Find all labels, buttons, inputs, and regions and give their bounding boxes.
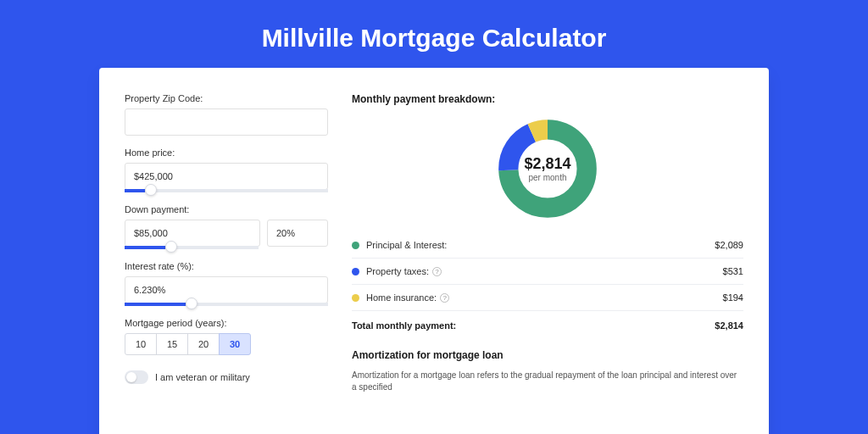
legend-value: $194 [723, 292, 743, 303]
legend-value: $2,089 [715, 240, 743, 250]
legend-row-insurance: Home insurance: ? $194 [352, 285, 743, 311]
legend-dot-icon [352, 294, 359, 302]
breakdown-title: Monthly payment breakdown: [352, 93, 743, 105]
total-row: Total monthly payment: $2,814 [352, 311, 743, 342]
down-payment-amount-input[interactable] [125, 220, 260, 247]
interest-rate-group: Interest rate (%): [125, 261, 328, 306]
period-option-10[interactable]: 10 [125, 333, 157, 355]
page-title: Millville Mortgage Calculator [0, 0, 868, 68]
breakdown-panel: Monthly payment breakdown: $2,814 per mo… [352, 93, 743, 434]
donut-center-sub: per month [528, 173, 566, 182]
down-payment-label: Down payment: [125, 204, 328, 214]
zip-input[interactable] [125, 108, 328, 136]
interest-rate-slider[interactable] [125, 303, 328, 306]
donut-chart: $2,814 per month [496, 117, 599, 220]
legend-label: Principal & Interest: [366, 240, 715, 250]
mortgage-period-group: Mortgage period (years): 10 15 20 30 [125, 318, 328, 355]
interest-rate-input[interactable] [125, 276, 328, 303]
home-price-label: Home price: [125, 147, 328, 158]
interest-rate-label: Interest rate (%): [125, 261, 328, 271]
total-label: Total monthly payment: [352, 320, 715, 331]
zip-group: Property Zip Code: [125, 93, 328, 136]
calculator-card: Property Zip Code: Home price: Down paym… [99, 68, 769, 434]
home-price-slider[interactable] [125, 189, 328, 192]
period-option-30[interactable]: 30 [219, 333, 251, 355]
down-payment-group: Down payment: [125, 204, 328, 249]
info-icon[interactable]: ? [432, 267, 442, 276]
amortization-text: Amortization for a mortgage loan refers … [352, 370, 743, 393]
amortization-title: Amortization for mortgage loan [352, 349, 743, 361]
down-payment-slider[interactable] [125, 246, 259, 249]
legend-value: $531 [723, 266, 743, 276]
interest-rate-slider-thumb[interactable] [186, 298, 198, 309]
veteran-toggle[interactable] [125, 370, 148, 384]
donut-center-amount: $2,814 [524, 155, 570, 173]
legend-row-taxes: Property taxes: ? $531 [352, 259, 743, 285]
zip-label: Property Zip Code: [125, 93, 328, 103]
info-icon[interactable]: ? [440, 293, 449, 303]
home-price-slider-thumb[interactable] [145, 184, 157, 196]
home-price-group: Home price: [125, 147, 328, 192]
veteran-toggle-label: I am veteran or military [155, 372, 250, 382]
mortgage-period-label: Mortgage period (years): [125, 318, 328, 328]
down-payment-percent-input[interactable] [267, 220, 328, 247]
mortgage-period-buttons: 10 15 20 30 [125, 333, 328, 355]
legend-dot-icon [352, 242, 359, 249]
legend-row-principal: Principal & Interest: $2,089 [352, 232, 743, 259]
down-payment-slider-thumb[interactable] [165, 241, 177, 253]
veteran-toggle-row: I am veteran or military [125, 370, 328, 384]
total-value: $2,814 [715, 320, 743, 331]
period-option-20[interactable]: 20 [187, 333, 220, 355]
legend-label: Home insurance: ? [366, 292, 723, 303]
donut-chart-wrap: $2,814 per month [352, 112, 743, 232]
legend-label: Property taxes: ? [366, 266, 723, 276]
legend-dot-icon [352, 268, 359, 275]
form-panel: Property Zip Code: Home price: Down paym… [125, 93, 328, 434]
period-option-15[interactable]: 15 [156, 333, 188, 355]
